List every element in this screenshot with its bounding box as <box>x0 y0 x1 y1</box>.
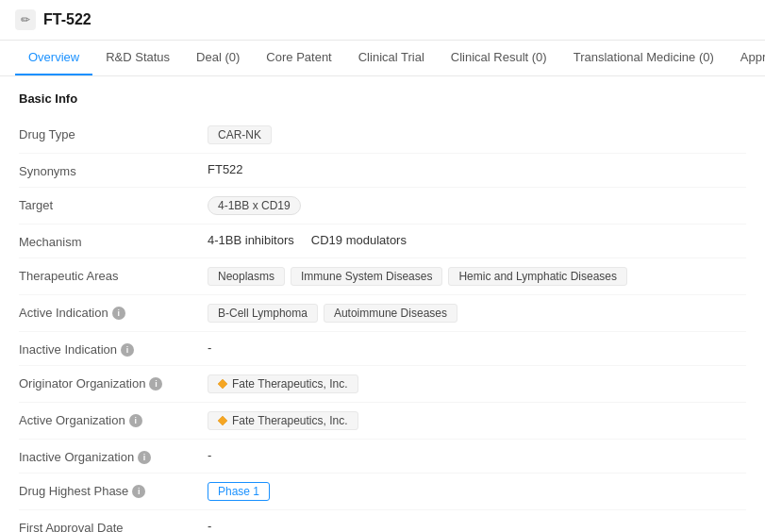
label-inactive-org: Inactive Organization i <box>19 448 208 464</box>
value-drug-type: CAR-NK <box>208 125 746 144</box>
target-pill[interactable]: 4-1BB x CD19 <box>208 196 301 215</box>
value-active-org: Fate Therapeutics, Inc. <box>208 411 746 430</box>
therapeutic-area-tag-2[interactable]: Hemic and Lymphatic Diseases <box>448 267 627 286</box>
nav-tabs: Overview R&D Status Deal (0) Core Patent… <box>0 41 765 76</box>
label-first-approval-date: First Approval Date <box>19 519 208 532</box>
label-originator-org: Originator Organization i <box>19 374 208 391</box>
tab-approval[interactable]: Approval (0) <box>727 41 765 75</box>
field-inactive-indication: Inactive Indication i - <box>19 332 746 366</box>
tab-rd-status[interactable]: R&D Status <box>92 41 183 75</box>
tab-translational-medicine[interactable]: Translational Medicine (0) <box>560 41 727 75</box>
value-target: 4-1BB x CD19 <box>208 196 746 215</box>
label-active-indication: Active Indication i <box>19 304 208 320</box>
value-therapeutic-areas: Neoplasms Immune System Diseases Hemic a… <box>208 267 746 286</box>
info-icon-originator-org[interactable]: i <box>149 377 162 391</box>
active-indication-tag-1[interactable]: Autoimmune Diseases <box>324 304 457 323</box>
value-drug-highest-phase: Phase 1 <box>208 482 746 501</box>
label-drug-type: Drug Type <box>19 125 208 141</box>
drug-type-tag: CAR-NK <box>208 125 272 144</box>
field-originator-org: Originator Organization i Fate Therapeut… <box>19 366 746 403</box>
tab-clinical-trial[interactable]: Clinical Trial <box>345 41 438 75</box>
field-active-indication: Active Indication i B-Cell Lymphoma Auto… <box>19 295 746 332</box>
field-active-org: Active Organization i Fate Therapeutics,… <box>19 403 746 440</box>
section-title: Basic Info <box>19 91 746 106</box>
field-drug-highest-phase: Drug Highest Phase i Phase 1 <box>19 474 746 510</box>
page-header: ✏ FT-522 <box>0 0 765 41</box>
label-active-org: Active Organization i <box>19 411 208 427</box>
info-icon-drug-highest-phase[interactable]: i <box>132 485 145 498</box>
phase-tag-0[interactable]: Phase 1 <box>208 482 270 501</box>
value-inactive-indication: - <box>208 341 746 355</box>
value-originator-org: Fate Therapeutics, Inc. <box>208 374 746 393</box>
tab-clinical-result[interactable]: Clinical Result (0) <box>438 41 560 75</box>
label-synonyms: Synonyms <box>19 162 208 178</box>
field-target: Target 4-1BB x CD19 <box>19 188 746 224</box>
edit-icon[interactable]: ✏ <box>15 9 36 30</box>
value-first-approval-date: - <box>208 519 746 532</box>
field-inactive-org: Inactive Organization i - <box>19 440 746 474</box>
label-inactive-indication: Inactive Indication i <box>19 341 208 357</box>
value-mechanism: 4-1BB inhibitors CD19 modulators <box>208 233 746 247</box>
info-icon-active-org[interactable]: i <box>129 414 142 427</box>
inactive-org-dash: - <box>208 448 211 462</box>
tab-core-patent[interactable]: Core Patent <box>253 41 344 75</box>
therapeutic-area-tag-0[interactable]: Neoplasms <box>208 267 285 286</box>
info-icon-active-indication[interactable]: i <box>112 307 125 320</box>
active-org-tag-0[interactable]: Fate Therapeutics, Inc. <box>208 411 358 430</box>
value-active-indication: B-Cell Lymphoma Autoimmune Diseases <box>208 304 746 323</box>
field-drug-type: Drug Type CAR-NK <box>19 117 746 154</box>
tab-overview[interactable]: Overview <box>15 41 92 75</box>
synonyms-text: FT522 <box>208 162 243 176</box>
mechanism-item-2[interactable]: CD19 modulators <box>311 233 407 247</box>
active-indication-tag-0[interactable]: B-Cell Lymphoma <box>208 304 318 323</box>
label-mechanism: Mechanism <box>19 233 208 249</box>
inactive-indication-dash: - <box>208 341 211 355</box>
first-approval-date-dash: - <box>208 519 211 532</box>
page-title: FT-522 <box>43 11 91 28</box>
field-first-approval-date: First Approval Date - <box>19 510 746 532</box>
label-target: Target <box>19 196 208 212</box>
org-diamond-icon <box>218 379 227 389</box>
label-drug-highest-phase: Drug Highest Phase i <box>19 482 208 498</box>
mechanism-item-1[interactable]: 4-1BB inhibitors <box>208 233 294 247</box>
field-therapeutic-areas: Therapeutic Areas Neoplasms Immune Syste… <box>19 258 746 295</box>
info-icon-inactive-indication[interactable]: i <box>121 343 134 357</box>
originator-org-tag-0[interactable]: Fate Therapeutics, Inc. <box>208 374 358 393</box>
therapeutic-area-tag-1[interactable]: Immune System Diseases <box>291 267 442 286</box>
field-synonyms: Synonyms FT522 <box>19 154 746 188</box>
main-content: Basic Info Drug Type CAR-NK Synonyms FT5… <box>0 76 765 532</box>
info-icon-inactive-org[interactable]: i <box>138 451 151 464</box>
org-diamond-icon-2 <box>218 416 227 425</box>
tab-deal[interactable]: Deal (0) <box>183 41 253 75</box>
field-mechanism: Mechanism 4-1BB inhibitors CD19 modulato… <box>19 224 746 258</box>
svg-marker-0 <box>218 379 227 389</box>
svg-marker-1 <box>218 416 227 425</box>
value-synonyms: FT522 <box>208 162 746 176</box>
label-therapeutic-areas: Therapeutic Areas <box>19 267 208 283</box>
value-inactive-org: - <box>208 448 746 462</box>
